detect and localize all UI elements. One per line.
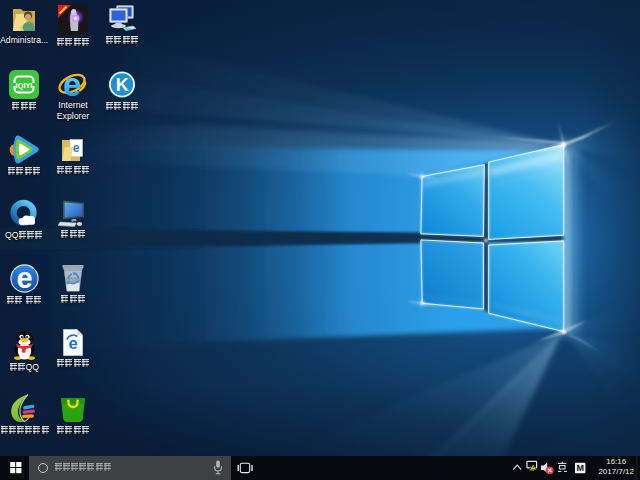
svg-text:M: M <box>576 463 584 473</box>
svg-text:e: e <box>73 141 80 155</box>
svg-text:e: e <box>16 264 32 293</box>
svg-text:e: e <box>63 70 81 98</box>
svg-text:K: K <box>116 75 129 95</box>
svg-text:iQIYI: iQIYI <box>16 81 33 90</box>
